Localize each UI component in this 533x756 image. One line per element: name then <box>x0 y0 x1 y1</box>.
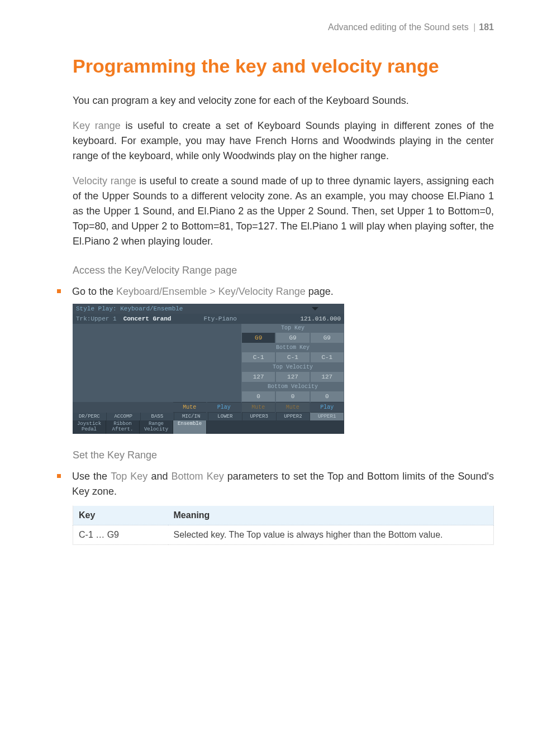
bullet-set-key: Use the Top Key and Bottom Key parameter… <box>57 469 494 499</box>
param-cell[interactable]: C-1 <box>276 352 309 362</box>
td-key: C-1 … G9 <box>73 525 168 544</box>
param-header: Bottom Velocity <box>241 382 344 391</box>
velocity-range-lead: Velocity range <box>73 175 136 186</box>
screen-title: Style Play: Keyboard/Ensemble <box>76 305 183 312</box>
subhead-set-key: Set the Key Range <box>73 449 494 461</box>
tab[interactable]: Joystick Pedal <box>73 420 106 434</box>
param-cells: 000 <box>241 391 344 402</box>
track-name-cell[interactable]: BASS <box>141 413 175 420</box>
param-column: Top KeyG9G9G9Bottom KeyC-1C-1C-1Top Velo… <box>241 324 344 402</box>
mute-play-blank <box>139 402 173 413</box>
velocity-range-body: is useful to create a sound made of up t… <box>73 175 494 247</box>
track-names-row: DR/PERCACCOMPBASSMIC/INLOWERUPPER3UPPER2… <box>73 413 344 420</box>
param-cell[interactable]: 127 <box>311 372 344 382</box>
param-cell[interactable]: 127 <box>276 372 309 382</box>
track-info-bar: Trk:Upper 1 Concert Grand Fty-Piano 121.… <box>73 314 344 324</box>
track-name-cell[interactable]: MIC/IN <box>174 413 208 420</box>
param-header: Top Key <box>241 324 344 332</box>
velocity-range-paragraph: Velocity range is useful to create a sou… <box>73 174 494 249</box>
mute-play-cell[interactable]: Mute <box>173 402 207 413</box>
track-name-cell[interactable]: DR/PERC <box>73 413 107 420</box>
bullet-set-mid: and <box>147 471 171 482</box>
param-cell[interactable]: G9 <box>311 333 344 343</box>
tab-row: Joystick PedalRibbon Aftert.Range Veloci… <box>73 420 344 434</box>
param-cell[interactable]: G9 <box>276 333 309 343</box>
bullet-access-post: page. <box>306 286 334 297</box>
mute-play-cell[interactable]: Mute <box>276 402 310 413</box>
mute-play-cell[interactable]: Play <box>311 402 344 413</box>
bullet-set-bottomkey: Bottom Key <box>172 471 224 482</box>
table-row: C-1 … G9 Selected key. The Top value is … <box>73 525 494 544</box>
bullet-access-path: Keyboard/Ensemble > Key/Velocity Range <box>116 286 306 297</box>
header-section: Advanced editing of the Sound sets <box>328 22 469 32</box>
param-cell[interactable]: 0 <box>311 391 344 401</box>
td-meaning: Selected key. The Top value is always hi… <box>168 525 494 544</box>
mute-play-cell[interactable]: Mute <box>242 402 275 413</box>
track-name-cell[interactable]: LOWER <box>208 413 242 420</box>
mute-play-cell[interactable]: Play <box>207 402 241 413</box>
param-cell[interactable]: C-1 <box>311 352 344 362</box>
param-header: Top Velocity <box>241 363 344 371</box>
track-name-cell[interactable]: UPPER3 <box>242 413 277 420</box>
bullet-set-topkey: Top Key <box>111 471 147 482</box>
page-title: Programming the key and velocity range <box>73 55 494 78</box>
key-range-body: is useful to create a set of Keyboard So… <box>73 120 494 161</box>
param-cells: C-1C-1C-1 <box>241 352 344 363</box>
tab-rest <box>207 420 344 434</box>
tab[interactable]: Ribbon Aftert. <box>106 420 140 434</box>
mute-play-blank <box>106 402 140 413</box>
trk-name: Concert Grand <box>123 315 172 322</box>
header-pagenum: 181 <box>479 22 494 32</box>
bullet-access: Go to the Keyboard/Ensemble > Key/Veloci… <box>57 284 494 299</box>
th-key: Key <box>73 506 168 525</box>
trk-label: Trk:Upper 1 <box>76 315 117 322</box>
mute-play-row: MutePlayMuteMutePlay <box>73 402 344 413</box>
th-meaning: Meaning <box>168 506 494 525</box>
track-name-cell[interactable]: UPPER2 <box>277 413 311 420</box>
screen-titlebar: Style Play: Keyboard/Ensemble <box>73 304 344 314</box>
param-left-blank <box>73 324 241 402</box>
param-cells: 127127127 <box>241 371 344 382</box>
bullet-access-pre: Go to the <box>72 286 116 297</box>
param-cell[interactable]: G9 <box>242 333 275 343</box>
header-sep: | <box>473 22 475 32</box>
intro-paragraph: You can program a key and velocity zone … <box>73 93 494 108</box>
param-grid: Top KeyG9G9G9Bottom KeyC-1C-1C-1Top Velo… <box>73 324 344 402</box>
bullet-square-icon <box>57 289 61 293</box>
param-cell[interactable]: 127 <box>242 372 275 382</box>
menu-dropdown-icon[interactable] <box>312 307 318 310</box>
trk-mid: Fty-Piano <box>203 315 236 322</box>
key-range-paragraph: Key range is useful to create a set of K… <box>73 118 494 164</box>
track-name-cell[interactable]: UPPER1 <box>310 413 344 420</box>
param-cell[interactable]: 0 <box>276 391 309 401</box>
bullet-set-pre: Use the <box>72 471 111 482</box>
page-header: Advanced editing of the Sound sets |181 <box>73 22 494 32</box>
bullet-square-icon <box>57 474 61 478</box>
key-table: Key Meaning C-1 … G9 Selected key. The T… <box>73 506 494 545</box>
param-cells: G9G9G9 <box>241 332 344 343</box>
param-cell[interactable]: C-1 <box>242 352 275 362</box>
subhead-access: Access the Key/Velocity Range page <box>73 265 494 276</box>
device-screenshot: Style Play: Keyboard/Ensemble Trk:Upper … <box>73 304 344 434</box>
trk-num: 121.016.000 <box>300 315 341 322</box>
tab[interactable]: Ensemble <box>173 420 207 434</box>
param-cell[interactable]: 0 <box>242 391 275 401</box>
track-name-cell[interactable]: ACCOMP <box>107 413 141 420</box>
tab[interactable]: Range Velocity <box>140 420 173 434</box>
mute-play-blank <box>73 402 106 413</box>
key-range-lead: Key range <box>73 120 121 131</box>
param-header: Bottom Key <box>241 343 344 352</box>
